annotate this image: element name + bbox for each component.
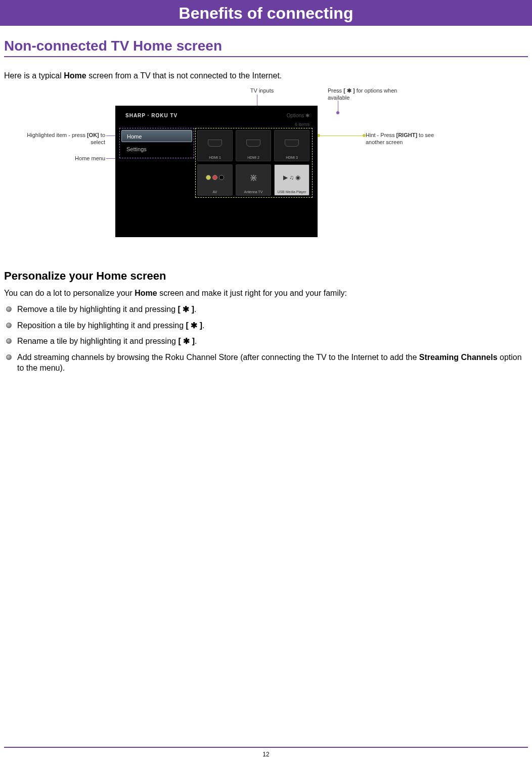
callout-key: [ ✱ ] (343, 87, 354, 94)
text: . (194, 305, 196, 313)
page-banner: Benefits of connecting (0, 0, 532, 25)
bullet-remove: Remove a tile by highlighting it and pre… (5, 304, 528, 315)
tile-usb: ▶ ♫ ◉USB Media Player (274, 164, 309, 196)
section-rule (4, 56, 528, 57)
tile-label: HDMI 1 (209, 156, 221, 159)
text: . (195, 337, 197, 345)
key: [ ✱ ] (186, 321, 203, 330)
tv-item-count: 6 items (295, 122, 309, 127)
subsection-intro: You can do a lot to personalize your Hom… (4, 289, 528, 298)
callout-text: Highlighted item - press (27, 132, 87, 138)
text: Reposition a tile by highlighting it and… (17, 321, 186, 330)
callout-home-menu: Home menu (55, 155, 105, 162)
callout-options: Press [ ✱ ] for options when available (328, 87, 398, 102)
banner-rule (0, 25, 532, 26)
tile-label: USB Media Player (277, 190, 306, 194)
tv-menu-home: Home (121, 130, 192, 142)
tile-hdmi2: HDMI 2 (236, 130, 271, 161)
text: Add streaming channels by browsing the R… (17, 353, 419, 362)
tile-hdmi3: HDMI 3 (274, 130, 309, 161)
text: You can do a lot to personalize your (4, 289, 135, 297)
text-bold: Streaming Channels (419, 353, 498, 362)
tile-label: Antenna TV (244, 190, 263, 194)
callout-hint: Hint - Press [RIGHT] to see another scre… (366, 132, 441, 146)
callout-text: Press (328, 87, 343, 94)
tile-antenna: ⋇Antenna TV (236, 164, 271, 196)
intro-paragraph: Here is a typical Home screen from a TV … (4, 71, 528, 80)
tile-av: AV (197, 164, 233, 196)
leader-hint (319, 136, 364, 136)
tv-menu-settings: Settings (121, 143, 192, 155)
intro-text-post: screen from a TV that is not connected t… (86, 71, 282, 80)
bullet-list: Remove a tile by highlighting it and pre… (4, 304, 528, 374)
bullet-reposition: Reposition a tile by highlighting it and… (5, 320, 528, 331)
tile-label: HDMI 2 (247, 156, 259, 159)
key: [ ✱ ] (178, 305, 195, 313)
tile-label: AV (213, 190, 217, 194)
tv-options-label: Options ✱ (287, 113, 309, 118)
intro-bold: Home (64, 71, 86, 80)
tv-tile-grid: HDMI 1 HDMI 2 HDMI 3 AV ⋇Antenna TV ▶ ♫ … (197, 130, 311, 196)
figure: TV inputs Press [ ✱ ] for options when a… (4, 87, 528, 254)
key: [ ✱ ] (178, 337, 195, 345)
bullet-rename: Rename a tile by highlighting it and pre… (5, 336, 528, 347)
tv-screenshot: SHARP · ROKU TV Options ✱ 6 items Home S… (115, 106, 318, 237)
text: Remove a tile by highlighting it and pre… (17, 305, 178, 313)
callout-key: [OK] (87, 132, 99, 138)
tv-menu: Home Settings (121, 130, 192, 156)
tv-logo: SHARP · ROKU TV (125, 113, 178, 118)
bullet-add-channels: Add streaming channels by browsing the R… (5, 352, 528, 374)
callout-tv-inputs: TV inputs (232, 87, 292, 95)
text: . (202, 321, 204, 330)
footer-rule (4, 747, 528, 748)
leader-dot (336, 111, 339, 114)
callout-highlighted: Highlighted item - press [OK] to select (19, 132, 105, 146)
text: Rename a tile by highlighting it and pre… (17, 337, 178, 345)
intro-text: Here is a typical (4, 71, 64, 80)
section-heading: Non-connected TV Home screen (4, 38, 528, 54)
text: screen and make it just right for you an… (157, 289, 347, 297)
callout-text: Hint - Press (366, 132, 396, 138)
tile-label: HDMI 3 (286, 156, 298, 159)
callout-key: [RIGHT] (396, 132, 418, 138)
text-bold: Home (135, 289, 157, 297)
leader-dot (363, 134, 366, 137)
subsection-heading: Personalize your Home screen (4, 270, 528, 283)
page-number: 12 (0, 751, 532, 758)
tile-hdmi1: HDMI 1 (197, 130, 233, 161)
